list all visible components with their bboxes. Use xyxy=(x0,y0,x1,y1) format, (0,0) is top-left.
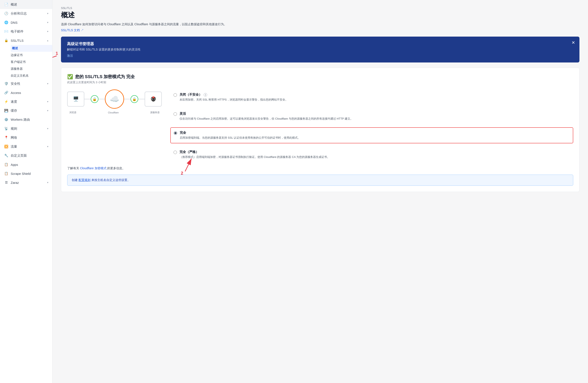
sidebar-sub-item-ssl-overview[interactable]: 概述 xyxy=(11,45,52,52)
chevron-down-icon: ▾ xyxy=(47,12,48,15)
lock-icon-1: 🔒 xyxy=(91,95,98,103)
chevron-down-icon: ▾ xyxy=(47,127,48,130)
ssl-option-full-desc: 启用加密端到端。当您的源服务器支持 SSL 认证但未使用有效的公开可信的证书时，… xyxy=(180,136,300,140)
sidebar-item-label: 自定义页面 xyxy=(11,154,27,158)
config-rule-link[interactable]: 配置规则 xyxy=(79,178,90,182)
sidebar-sub-item-custom-hostname[interactable]: 自定义主机名 xyxy=(11,72,52,79)
sidebar-item-network[interactable]: 📍 网络 xyxy=(0,133,52,142)
sidebar-sub-item-client-certs[interactable]: 客户端证书 xyxy=(11,59,52,65)
chevron-down-icon: ▾ xyxy=(47,30,48,33)
security-icon: 🛡️ xyxy=(4,81,9,86)
ssl-option-full-radio[interactable] xyxy=(174,131,177,135)
diagram-line-2 xyxy=(98,99,105,99)
sidebar-item-ssl-tls[interactable]: 🔒 SSL/TLS ▴ xyxy=(0,36,52,45)
ssl-option-flexible-title: 灵活 xyxy=(180,112,353,116)
sidebar-item-traffic[interactable]: 🔀 流量 ▾ xyxy=(0,142,52,151)
svg-line-1 xyxy=(52,56,57,63)
ssl-option-flexible: 灵活 仅在访问者与 Cloudflare 之间启用加密。这可以避免浏览器发出安全… xyxy=(170,108,573,124)
speed-icon: ⚡ xyxy=(4,99,9,104)
sidebar-item-rules[interactable]: 📡 规则 ▾ xyxy=(0,124,52,133)
dns-icon: 🌐 xyxy=(4,20,9,25)
ssl-status-title: 您的 SSL/TLS 加密模式为 完全 xyxy=(75,74,135,80)
origin-server-box: 🖲️ xyxy=(145,92,162,106)
sidebar-item-label: Workers 路由 xyxy=(11,118,30,122)
sidebar-item-apps[interactable]: 📋 Apps xyxy=(0,160,52,169)
config-rule-box: 创建 配置规则 来按主机名自定义这些设置。 xyxy=(67,175,573,186)
sidebar-item-workers[interactable]: ⚙️ Workers 路由 xyxy=(0,115,52,124)
page-title: 概述 xyxy=(61,10,579,20)
main-content: SSL/TLS 概述 选择 Cloudflare 如何加密访问者与 Cloudf… xyxy=(52,0,588,383)
browser-box: 🖥️ xyxy=(67,92,84,106)
sidebar-item-label: 缓存 xyxy=(11,109,17,113)
network-icon: 📍 xyxy=(4,135,9,140)
sidebar-item-label: 规则 xyxy=(11,127,17,131)
lock-icon-2: 🔒 xyxy=(130,95,138,103)
sidebar-item-custom-pages[interactable]: 🔧 自定义页面 xyxy=(0,151,52,160)
sidebar-item-label: DNS xyxy=(11,21,18,24)
banner-close-button[interactable]: ✕ xyxy=(571,40,575,45)
cloudflare-logo: ☁️ xyxy=(105,89,124,109)
origin-label: 源服务器 xyxy=(150,111,160,114)
ssl-option-full-strict: 完全（严格） （推荐模式）启用端到端加密，对源服务器证书强制执行验证。使用 Cl… xyxy=(170,147,573,162)
info-icon[interactable]: i xyxy=(204,93,207,97)
sidebar-item-label: 安全性 xyxy=(11,82,20,86)
ssl-option-off-desc: 未应用加密。关闭 SSL 将禁用 HTTPS，浏览器同时会显示警告，指出您的网站… xyxy=(180,98,288,102)
sidebar-item-zaraz[interactable]: ☰ Zaraz ▾ xyxy=(0,178,52,187)
ssl-icon: 🔒 xyxy=(4,38,9,43)
doc-link[interactable]: SSL/TLS 文档 ↗ xyxy=(61,28,84,32)
diagram-row: 🖥️ 🔒 ☁️ 🔒 🖲️ xyxy=(67,89,162,109)
ssl-option-full-strict-title: 完全（严格） xyxy=(180,150,330,154)
browser-label: 浏览器 xyxy=(69,111,76,114)
sidebar-sub-item-origin-server[interactable]: 源服务器 xyxy=(11,65,52,72)
sidebar-item-label: Apps xyxy=(11,163,18,167)
sidebar-item-label: 概述 xyxy=(11,2,17,7)
sidebar-item-label: 速度 xyxy=(11,100,17,104)
breadcrumb: SSL/TLS xyxy=(61,6,579,10)
analytics-icon: 🕐 xyxy=(4,11,9,16)
sidebar-item-label: SSL/TLS xyxy=(11,39,23,42)
sidebar-item-overview[interactable]: 📄 概述 xyxy=(0,0,52,9)
sidebar-item-label: 电子邮件 xyxy=(11,29,23,34)
advanced-cert-banner: 高级证书管理器 解锁对证书和 SSL/TLS 设置的更多控制和更大的灵活性 激活… xyxy=(61,37,579,63)
ssl-option-full-title: 完全 xyxy=(180,131,300,135)
sidebar-item-analytics[interactable]: 🕐 分析和日志 ▾ xyxy=(0,9,52,18)
apps-icon: 📋 xyxy=(4,162,9,167)
svg-text:1: 1 xyxy=(56,52,58,56)
banner-title: 高级证书管理器 xyxy=(67,41,573,46)
sidebar-item-security[interactable]: 🛡️ 安全性 ▾ xyxy=(0,79,52,88)
sidebar-item-dns[interactable]: 🌐 DNS ▾ xyxy=(0,18,52,27)
access-icon: 🔗 xyxy=(4,90,9,95)
workers-icon: ⚙️ xyxy=(4,117,9,122)
chevron-down-icon: ▾ xyxy=(47,82,48,85)
chevron-down-icon: ▾ xyxy=(47,100,48,103)
overview-icon: 📄 xyxy=(4,2,9,7)
encryption-modes-link[interactable]: Cloudflare 加密模式 xyxy=(80,167,106,170)
ssl-submenu: 概述 边缘证书 客户端证书 源服务器 自定义主机名 xyxy=(0,45,52,79)
ssl-option-flexible-desc: 仅在访问者与 Cloudflare 之间启用加密。这可以避免浏览器发出安全警告，… xyxy=(180,117,353,121)
sidebar-item-label: 流量 xyxy=(11,145,17,149)
sidebar-item-cache[interactable]: 💾 缓存 ▾ xyxy=(0,106,52,115)
custom-pages-icon: 🔧 xyxy=(4,153,9,158)
ssl-option-full-strict-radio[interactable] xyxy=(173,151,177,154)
check-circle-icon: ✅ xyxy=(67,74,73,80)
sidebar-item-speed[interactable]: ⚡ 速度 ▾ xyxy=(0,97,52,106)
sidebar-sub-item-edge-certs[interactable]: 边缘证书 xyxy=(11,52,52,59)
ssl-card: ✅ 您的 SSL/TLS 加密模式为 完全 此设置上次更改时间为 3 小时前 🖥… xyxy=(61,68,579,192)
ssl-option-off-radio[interactable] xyxy=(173,93,177,97)
chevron-down-icon: ▾ xyxy=(47,21,48,24)
ssl-option-full-strict-desc: （推荐模式）启用端到端加密，对源服务器证书强制执行验证。使用 Cloudflar… xyxy=(180,155,330,159)
ssl-option-full: 完全 启用加密端到端。当您的源服务器支持 SSL 认证但未使用有效的公开可信的证… xyxy=(170,127,573,143)
scrape-shield-icon: 📋 xyxy=(4,171,9,176)
sidebar-item-label: Scrape Shield xyxy=(11,172,31,175)
chevron-down-icon: ▾ xyxy=(47,109,48,112)
chevron-up-icon: ▴ xyxy=(47,39,48,42)
sidebar-item-email[interactable]: ✉️ 电子邮件 ▾ xyxy=(0,27,52,36)
sidebar-item-access[interactable]: 🔗 Access xyxy=(0,88,52,97)
zaraz-icon: ☰ xyxy=(4,180,9,185)
sidebar-item-label: 网络 xyxy=(11,136,17,140)
banner-activate-link[interactable]: 激活 xyxy=(67,54,73,57)
rules-icon: 📡 xyxy=(4,126,9,131)
sidebar-item-scrape-shield[interactable]: 📋 Scrape Shield xyxy=(0,169,52,178)
chevron-down-icon: ▾ xyxy=(47,145,48,148)
ssl-option-flexible-radio[interactable] xyxy=(173,112,177,116)
